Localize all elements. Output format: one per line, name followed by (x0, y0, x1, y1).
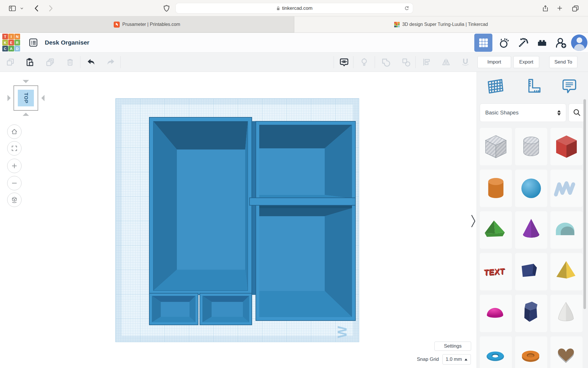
mirror-button[interactable] (440, 56, 452, 68)
shape-box[interactable] (550, 128, 583, 165)
shape-torus[interactable] (480, 336, 512, 368)
copy-button[interactable] (4, 56, 17, 68)
account-avatar[interactable] (571, 34, 587, 51)
shape-half-sphere[interactable] (480, 295, 512, 332)
toolbar-divider (120, 56, 121, 68)
shape-pyramid[interactable] (550, 253, 583, 290)
panel-scrollbar[interactable] (583, 99, 586, 309)
perspective-button[interactable] (7, 193, 22, 207)
paraboloid-icon (552, 297, 581, 329)
show-all-button[interactable] (338, 56, 350, 68)
round-roof-icon (552, 214, 581, 246)
tinkercad-logo[interactable]: TINKERCAD (2, 34, 20, 51)
brick-icon (537, 37, 548, 48)
back-button[interactable] (32, 0, 41, 16)
minecraft-export-button[interactable] (514, 34, 533, 52)
align-button[interactable] (420, 56, 433, 68)
snap-grid-select[interactable]: 1.0 mm (442, 354, 471, 365)
shape-hole-box[interactable] (480, 128, 512, 165)
undo-button[interactable] (84, 56, 97, 68)
shapes-category-select[interactable]: Basic Shapes (480, 103, 566, 122)
forward-button[interactable] (46, 0, 56, 16)
tab-bar: Prusameter | Printables.com 3D design Su… (0, 16, 588, 33)
panel-collapse-button[interactable] (471, 214, 476, 229)
view-cube[interactable]: TOP (13, 85, 38, 111)
shape-heart[interactable] (550, 336, 583, 368)
sidebar-toggle-button[interactable] (7, 0, 17, 16)
logo-tile: R (14, 40, 20, 45)
snap-grid-label: Snap Grid (417, 356, 439, 362)
import-button[interactable]: Import (477, 56, 511, 68)
viewcube-arrow-down[interactable] (23, 113, 29, 116)
notes-icon (560, 77, 578, 96)
url-field[interactable]: tinkercad.com (176, 3, 413, 13)
box-icon (552, 131, 581, 163)
text-icon: TEXT TEXT (481, 256, 511, 288)
shape-roof[interactable] (480, 211, 512, 249)
shape-cylinder[interactable] (480, 170, 512, 207)
shape-cone[interactable] (515, 211, 547, 249)
ungroup-button[interactable] (400, 56, 412, 68)
privacy-shield-icon[interactable] (161, 0, 172, 16)
export-button[interactable]: Export (513, 56, 539, 68)
trash-icon (66, 58, 74, 66)
duplicate-button[interactable] (44, 56, 56, 68)
reload-button[interactable] (404, 5, 409, 12)
shape-round-roof[interactable] (550, 211, 583, 249)
perspective-cube-icon (11, 196, 18, 204)
redo-button[interactable] (105, 56, 117, 68)
sim-lab-button[interactable] (495, 34, 514, 52)
view-cube-face[interactable]: TOP (18, 90, 34, 106)
shape-tube[interactable] (515, 336, 547, 368)
workplane-icon (486, 77, 505, 97)
search-button[interactable] (568, 103, 585, 122)
viewcube-arrow-up[interactable] (23, 80, 29, 83)
browser-tab-printables[interactable]: Prusameter | Printables.com (0, 16, 294, 32)
shape-text[interactable]: TEXT TEXT (480, 253, 512, 290)
paste-button[interactable] (23, 56, 36, 68)
torus-icon (481, 339, 511, 368)
zoom-out-button[interactable] (7, 176, 22, 190)
notes-tool-button[interactable] (560, 76, 579, 98)
grid-view-button[interactable] (474, 34, 492, 52)
heart-icon (552, 339, 581, 368)
shape-wedge[interactable] (515, 253, 547, 290)
home-icon (11, 128, 18, 135)
group-button[interactable] (379, 56, 392, 68)
design-canvas[interactable]: W (0, 72, 477, 368)
fit-view-icon (11, 145, 18, 152)
new-tab-button[interactable] (554, 0, 565, 16)
shape-sphere[interactable] (515, 170, 547, 207)
fit-view-button[interactable] (7, 141, 22, 156)
align-icon (422, 58, 431, 66)
snap-magnet-button[interactable] (459, 56, 472, 68)
workplane-grid[interactable] (115, 98, 359, 342)
redo-icon (107, 57, 116, 67)
delete-button[interactable] (64, 56, 76, 68)
shape-scribble[interactable] (550, 170, 583, 207)
design-properties-button[interactable] (26, 36, 40, 49)
tab-overview-button[interactable] (570, 0, 581, 16)
shape-hole-cylinder[interactable] (515, 128, 547, 165)
send-to-button[interactable]: Send To (549, 56, 577, 68)
workplane-tool-button[interactable] (486, 76, 505, 98)
brick-export-button[interactable] (533, 34, 552, 52)
shape-paraboloid[interactable] (550, 295, 583, 332)
light-bulb-button[interactable] (358, 56, 370, 68)
viewcube-arrow-left[interactable] (7, 95, 11, 101)
svg-text:TEXT: TEXT (484, 266, 505, 277)
viewcube-arrow-right[interactable] (41, 95, 45, 101)
logo-tile: E (8, 40, 14, 45)
shape-polygon[interactable] (515, 295, 547, 332)
wedge-icon (516, 256, 546, 288)
share-button[interactable] (540, 0, 551, 16)
zoom-in-button[interactable] (7, 159, 22, 173)
settings-button[interactable]: Settings (434, 342, 471, 351)
sidebar-chevron-down-icon[interactable] (19, 0, 25, 16)
home-view-button[interactable] (7, 124, 22, 139)
browser-tab-tinkercad[interactable]: 3D design Super Turing-Luulia | Tinkerca… (294, 16, 588, 32)
ruler-tool-button[interactable] (523, 76, 542, 98)
panel-search-row: Basic Shapes (480, 103, 585, 122)
hole-cylinder-icon (516, 131, 546, 163)
share-invite-button[interactable] (552, 34, 570, 52)
